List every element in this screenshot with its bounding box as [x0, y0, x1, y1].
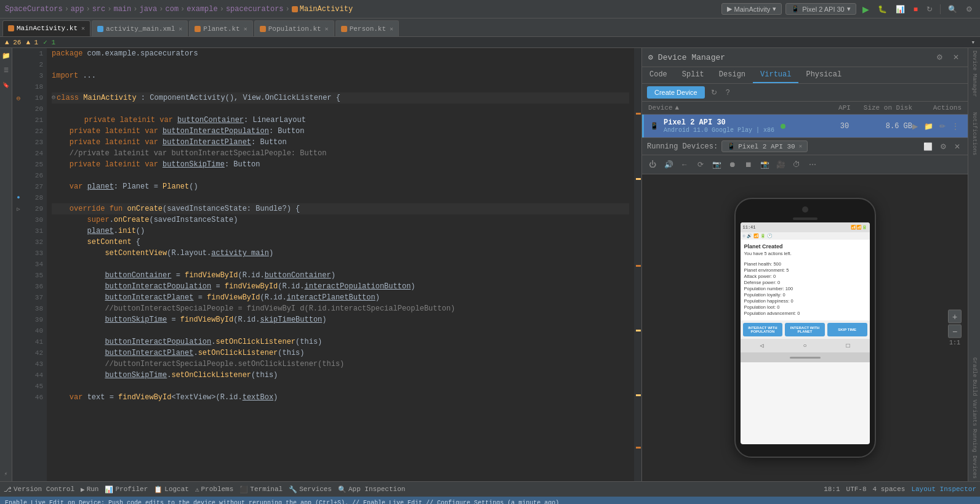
phone-subtitle: You have 5 actions left.	[744, 251, 866, 256]
tab-close-planet[interactable]: ✕	[244, 25, 247, 33]
phone-stat-loyalty: Population loyalty: 0	[744, 292, 866, 298]
profiler-panel-btn[interactable]: 📊 Profiler	[105, 486, 148, 494]
code-content[interactable]: package com.example.spacecurators import…	[47, 48, 634, 481]
profile-button[interactable]: 📊	[893, 4, 907, 15]
services-panel-btn[interactable]: 🔧 Services	[289, 486, 332, 494]
settings-running-btn[interactable]: ⚙	[938, 141, 949, 152]
app-inspection-panel-btn[interactable]: 🔍 App Inspection	[338, 486, 405, 494]
debug-button[interactable]: 🐛	[875, 4, 890, 15]
breadcrumb-spacecurators[interactable]: SpaceCurators	[5, 5, 63, 14]
device-action-edit[interactable]: ✏	[937, 121, 948, 132]
stop-button[interactable]: ■	[911, 4, 920, 15]
dm-tab-code[interactable]: Code	[642, 67, 675, 83]
breadcrumb-java[interactable]: java	[139, 5, 157, 14]
tab-population[interactable]: Population.kt ✕	[254, 20, 334, 36]
video-btn[interactable]: 🎥	[774, 158, 787, 171]
screenshot-btn[interactable]: 📷	[710, 158, 723, 171]
emulator-display-area: 11:41 📶📶🔋 ⚙🔊📶🔋🕐 Planet Created You have …	[642, 174, 968, 481]
device-manager-settings[interactable]: ⚙	[934, 52, 946, 63]
power-btn[interactable]: ⏻	[646, 158, 659, 171]
nav-back[interactable]: ◁	[760, 342, 763, 349]
tab-close-person[interactable]: ✕	[390, 25, 393, 33]
tab-close-population[interactable]: ✕	[325, 25, 329, 33]
run-config-button[interactable]: ▶ MainActivity ▾	[721, 3, 782, 15]
code-line-42: buttonInteractPlanet.setOnClickListener(…	[52, 348, 629, 359]
settings-button[interactable]: ⚙	[963, 4, 975, 15]
back-btn[interactable]: ←	[678, 158, 691, 171]
device-manager-close[interactable]: ✕	[950, 52, 962, 63]
camera-btn[interactable]: 📸	[758, 158, 771, 171]
volume-btn[interactable]: 🔊	[662, 158, 675, 171]
run-button[interactable]: ▶	[860, 3, 872, 15]
code-line-22: private lateinit var buttonInteractPopul…	[52, 126, 629, 137]
terminal-panel-btn[interactable]: ⬛ Terminal	[239, 486, 283, 494]
fold-icon[interactable]: ▾	[971, 38, 975, 46]
create-device-button[interactable]: Create Device	[647, 86, 705, 99]
project-icon[interactable]: 📁	[1, 51, 11, 60]
right-edge-panel: Device Manager Notifications Gradle Buil…	[968, 48, 980, 481]
record-btn[interactable]: ⏺	[726, 158, 739, 171]
more-controls-btn[interactable]: ⋯	[806, 158, 819, 171]
device-select-button[interactable]: 📱 Pixel 2 API 30 ▾	[785, 3, 856, 15]
interact-planet-button[interactable]: INTERACT WITH PLANET	[785, 323, 825, 336]
device-manager-label[interactable]: Device Manager	[971, 51, 978, 97]
rotate-btn[interactable]: ⟳	[694, 158, 707, 171]
history-btn[interactable]: ⏱	[790, 158, 803, 171]
encoding-indicator[interactable]: UTF-8	[846, 486, 867, 493]
build-variants-label[interactable]: Build Variants	[971, 380, 978, 426]
breadcrumb-com[interactable]: com	[165, 5, 179, 14]
code-line-26	[52, 170, 629, 181]
gradle-label[interactable]: Gradle	[971, 357, 978, 377]
bookmark-icon[interactable]: 🔖	[1, 80, 11, 90]
help-devices-button[interactable]: ?	[723, 87, 733, 98]
structure-icon[interactable]: ☰	[1, 65, 11, 75]
run-panel-btn[interactable]: ▶ Run	[81, 486, 98, 494]
close-running-btn[interactable]: ✕	[952, 141, 963, 152]
running-devices-label-right[interactable]: Running Devices	[971, 429, 978, 479]
search-button[interactable]: 🔍	[946, 4, 960, 15]
zoom-in-button[interactable]: +	[948, 310, 962, 323]
tab-close-mainactivity[interactable]: ✕	[81, 25, 85, 32]
phone-screen[interactable]: 11:41 📶📶🔋 ⚙🔊📶🔋🕐 Planet Created You have …	[741, 222, 870, 444]
variant-icon[interactable]: ⚡	[1, 469, 11, 479]
logcat-panel-btn[interactable]: 📋 Logcat	[154, 486, 189, 494]
version-control-btn[interactable]: ⎇ Version Control	[4, 486, 74, 494]
tab-mainactivity[interactable]: MainActivity.kt ✕	[2, 20, 90, 36]
breadcrumb-spacecurators2[interactable]: spacecurators	[226, 5, 284, 14]
device-action-launch[interactable]: ▶	[910, 121, 920, 132]
phone-button-bar[interactable]: INTERACT WITH POPULATION INTERACT WITH P…	[741, 320, 870, 339]
problems-panel-btn[interactable]: ⚠ Problems	[195, 486, 233, 494]
zoom-out-button[interactable]: −	[948, 325, 962, 338]
indent-indicator[interactable]: 4 spaces	[873, 486, 906, 493]
dm-tab-physical[interactable]: Physical	[798, 67, 849, 83]
nav-recents[interactable]: □	[846, 343, 849, 349]
tab-activity-main[interactable]: activity_main.xml ✕	[92, 20, 188, 36]
code-line-20	[52, 104, 629, 115]
breadcrumb-example[interactable]: example	[187, 5, 217, 14]
breadcrumb-app[interactable]: app	[71, 5, 84, 14]
running-device-close[interactable]: ✕	[799, 143, 802, 150]
error-indicator: ▲ 1	[26, 39, 38, 46]
skip-time-button[interactable]: SKIP TIME	[827, 323, 867, 336]
breadcrumb-src[interactable]: src	[92, 5, 106, 14]
notifications-label[interactable]: Notifications	[971, 112, 978, 155]
dm-tab-design[interactable]: Design	[712, 67, 753, 83]
running-device-pixel2-tab[interactable]: 📱 Pixel 2 API 30 ✕	[721, 140, 808, 152]
breadcrumb-main[interactable]: main	[113, 5, 131, 14]
stop-record-btn[interactable]: ⏹	[742, 158, 755, 171]
nav-home[interactable]: ○	[803, 343, 806, 349]
tab-close-activity-main[interactable]: ✕	[179, 25, 182, 33]
layout-inspector-link[interactable]: Layout Inspector	[911, 486, 976, 493]
interact-population-button[interactable]: INTERACT WITH POPULATION	[743, 323, 783, 336]
scroll-markers[interactable]	[634, 48, 641, 481]
sync-button[interactable]: ↻	[924, 4, 935, 15]
tab-planet[interactable]: Planet.kt ✕	[189, 20, 252, 36]
dm-tab-split[interactable]: Split	[675, 67, 712, 83]
device-row-pixel2[interactable]: 📱 Pixel 2 API 30 Android 11.0 Google Pla…	[642, 115, 968, 137]
device-action-more[interactable]: ⋮	[949, 121, 962, 132]
refresh-devices-button[interactable]: ↻	[709, 87, 720, 98]
dm-tab-virtual[interactable]: Virtual	[753, 67, 798, 83]
maximize-running-btn[interactable]: ⬜	[921, 141, 935, 152]
tab-person[interactable]: Person.kt ✕	[335, 20, 399, 36]
device-action-folder[interactable]: 📁	[922, 121, 936, 132]
